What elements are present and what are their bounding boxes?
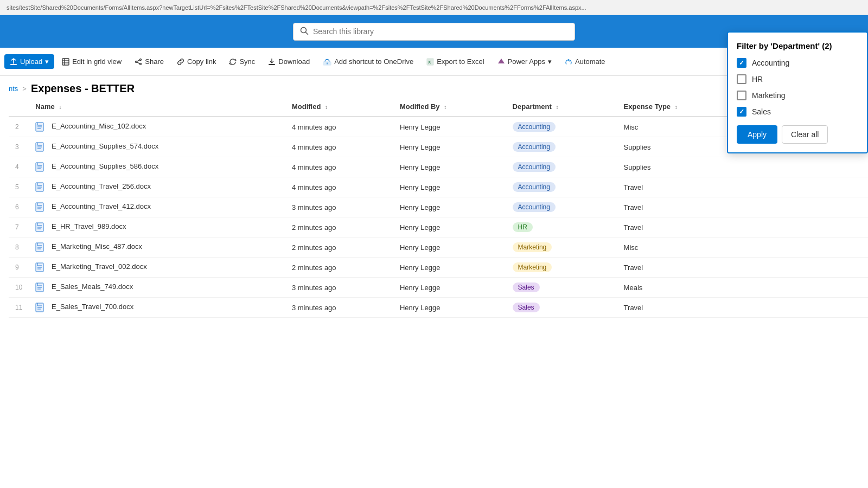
cell-name: E_Accounting_Misc_102.docx <box>29 117 285 137</box>
sync-button[interactable]: Sync <box>224 54 260 69</box>
cell-modified: 4 minutes ago <box>285 177 393 197</box>
filter-checkbox-sales[interactable] <box>737 107 746 117</box>
upload-chevron-icon: ▾ <box>45 57 49 66</box>
cell-add-column <box>743 298 868 318</box>
file-icon <box>35 162 48 170</box>
add-shortcut-button[interactable]: Add shortcut to OneDrive <box>317 54 419 69</box>
col-rownum <box>9 97 29 117</box>
svg-point-9 <box>136 61 137 62</box>
file-icon <box>35 222 48 230</box>
power-apps-button[interactable]: Power Apps ▾ <box>492 54 557 69</box>
cell-department: Accounting <box>506 197 617 217</box>
table-row[interactable]: 10 E_Sales_Meals_749.docx 3 minutes ago … <box>9 278 868 298</box>
row-num: 7 <box>9 217 29 237</box>
svg-rect-3 <box>62 59 69 65</box>
automate-button[interactable]: Automate <box>559 54 611 69</box>
sync-label: Sync <box>239 57 255 66</box>
col-modified-by[interactable]: Modified By ↕ <box>393 97 506 117</box>
table-container: Name ↓ Modified ↕ Modified By ↕ Departme… <box>0 97 868 488</box>
share-button[interactable]: Share <box>129 54 169 69</box>
table-row[interactable]: 5 E_Accounting_Travel_256.docx 4 minutes… <box>9 177 868 197</box>
cell-add-column <box>743 278 868 298</box>
edit-grid-button[interactable]: Edit in grid view <box>56 54 127 69</box>
cell-department: Accounting <box>506 137 617 157</box>
cell-department: Accounting <box>506 177 617 197</box>
table-row[interactable]: 8 E_Marketing_Misc_487.docx 2 minutes ag… <box>9 237 868 258</box>
apply-button[interactable]: Apply <box>737 125 777 144</box>
filter-option-sales[interactable]: Sales <box>737 107 858 117</box>
cell-expense-type: Travel <box>617 197 743 217</box>
filter-checkbox-marketing[interactable] <box>737 91 746 100</box>
filter-label-marketing: Marketing <box>752 91 785 100</box>
svg-marker-17 <box>498 59 505 63</box>
cell-add-column <box>743 177 868 197</box>
share-label: Share <box>145 57 164 66</box>
search-input[interactable] <box>313 27 568 36</box>
automate-label: Automate <box>575 57 605 66</box>
cell-name: E_HR_Travel_989.docx <box>29 217 285 237</box>
filter-checkbox-hr[interactable] <box>737 74 746 84</box>
table-row[interactable]: 6 E_Accounting_Travel_412.docx 3 minutes… <box>9 197 868 217</box>
cell-name: E_Accounting_Supplies_574.docx <box>29 137 285 157</box>
cell-modified-by: Henry Legge <box>393 157 506 177</box>
cell-add-column <box>743 258 868 278</box>
svg-line-1 <box>306 32 308 34</box>
col-modified[interactable]: Modified ↕ <box>285 97 393 117</box>
export-excel-button[interactable]: X Export to Excel <box>421 54 489 69</box>
download-button[interactable]: Download <box>263 54 315 69</box>
cell-department: Marketing <box>506 237 617 258</box>
cell-expense-type: Travel <box>617 217 743 237</box>
file-icon <box>35 122 48 130</box>
filter-option-hr[interactable]: HR <box>737 74 858 84</box>
svg-point-7 <box>140 59 142 60</box>
filter-label-sales: Sales <box>752 107 771 116</box>
cell-department: HR <box>506 217 617 237</box>
url-bar: sites/testSite/Shared%20Documents/Forms/… <box>0 0 868 15</box>
cell-name: E_Sales_Travel_700.docx <box>29 298 285 318</box>
cell-expense-type: Meals <box>617 278 743 298</box>
col-department[interactable]: Department ↕ <box>506 97 617 117</box>
cell-expense-type: Travel <box>617 298 743 318</box>
table-row[interactable]: 7 E_HR_Travel_989.docx 2 minutes ago Hen… <box>9 217 868 237</box>
table-row[interactable]: 11 E_Sales_Travel_700.docx 3 minutes ago… <box>9 298 868 318</box>
filter-option-accounting[interactable]: Accounting <box>737 58 858 68</box>
file-icon <box>35 262 48 271</box>
filter-option-marketing[interactable]: Marketing <box>737 91 858 100</box>
svg-line-11 <box>137 62 140 63</box>
table-row[interactable]: 4 E_Accounting_Supplies_586.docx 4 minut… <box>9 157 868 177</box>
file-icon <box>35 182 48 190</box>
svg-text:X: X <box>428 60 431 65</box>
breadcrumb-parent[interactable]: nts <box>9 85 18 93</box>
cell-expense-type: Supplies <box>617 137 743 157</box>
cell-expense-type: Travel <box>617 258 743 278</box>
col-name[interactable]: Name ↓ <box>29 97 285 117</box>
search-box[interactable] <box>293 23 575 41</box>
cell-modified-by: Henry Legge <box>393 137 506 157</box>
breadcrumb-current: Expenses - BETTER <box>31 82 135 95</box>
cell-add-column <box>743 197 868 217</box>
cell-name: E_Marketing_Travel_002.docx <box>29 258 285 278</box>
filter-label-hr: HR <box>752 75 763 84</box>
file-icon <box>35 202 48 210</box>
file-icon <box>35 303 48 311</box>
col-expense-type[interactable]: Expense Type ↕ <box>617 97 743 117</box>
search-icon <box>300 27 309 37</box>
cell-modified-by: Henry Legge <box>393 217 506 237</box>
power-apps-chevron-icon: ▾ <box>548 57 552 66</box>
cell-modified: 3 minutes ago <box>285 278 393 298</box>
cell-department: Marketing <box>506 258 617 278</box>
row-num: 4 <box>9 157 29 177</box>
filter-checkbox-accounting[interactable] <box>737 58 746 68</box>
cell-modified-by: Henry Legge <box>393 278 506 298</box>
table-row[interactable]: 9 E_Marketing_Travel_002.docx 2 minutes … <box>9 258 868 278</box>
cell-modified: 4 minutes ago <box>285 157 393 177</box>
filter-actions: Apply Clear all <box>737 125 858 144</box>
cell-modified: 3 minutes ago <box>285 197 393 217</box>
clear-all-button[interactable]: Clear all <box>782 125 828 144</box>
copy-link-button[interactable]: Copy link <box>171 54 221 69</box>
cell-modified: 2 minutes ago <box>285 237 393 258</box>
row-num: 5 <box>9 177 29 197</box>
cell-modified: 4 minutes ago <box>285 137 393 157</box>
svg-point-8 <box>140 63 142 65</box>
upload-button[interactable]: Upload ▾ <box>4 54 54 69</box>
